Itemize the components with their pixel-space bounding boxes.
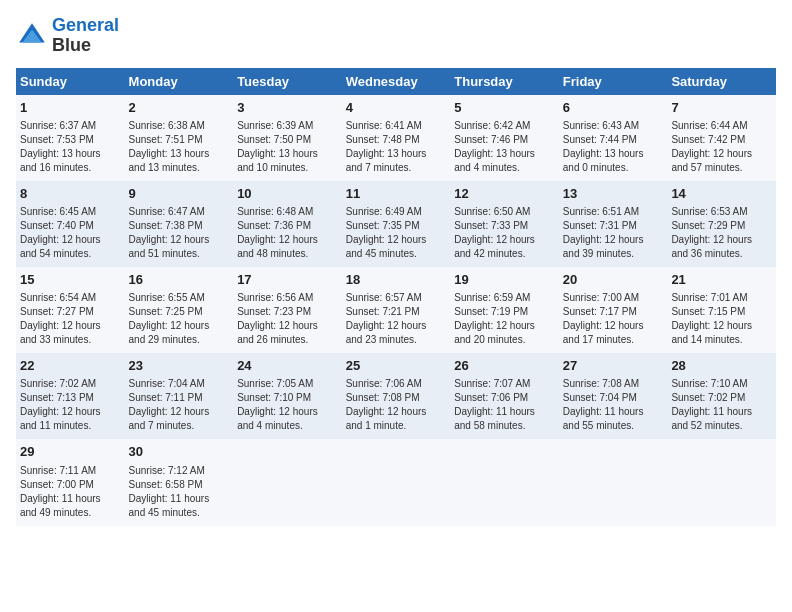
day-detail: Sunrise: 6:42 AM Sunset: 7:46 PM Dayligh… [454, 119, 555, 175]
calendar-cell: 21Sunrise: 7:01 AM Sunset: 7:15 PM Dayli… [667, 267, 776, 353]
calendar-cell: 17Sunrise: 6:56 AM Sunset: 7:23 PM Dayli… [233, 267, 342, 353]
calendar-cell: 30Sunrise: 7:12 AM Sunset: 6:58 PM Dayli… [125, 439, 234, 525]
day-number: 18 [346, 271, 447, 289]
day-number: 14 [671, 185, 772, 203]
day-detail: Sunrise: 7:07 AM Sunset: 7:06 PM Dayligh… [454, 377, 555, 433]
col-header-friday: Friday [559, 68, 668, 95]
calendar-week-row: 15Sunrise: 6:54 AM Sunset: 7:27 PM Dayli… [16, 267, 776, 353]
day-detail: Sunrise: 6:51 AM Sunset: 7:31 PM Dayligh… [563, 205, 664, 261]
day-detail: Sunrise: 6:47 AM Sunset: 7:38 PM Dayligh… [129, 205, 230, 261]
calendar-cell [559, 439, 668, 525]
calendar-cell: 29Sunrise: 7:11 AM Sunset: 7:00 PM Dayli… [16, 439, 125, 525]
day-number: 8 [20, 185, 121, 203]
day-detail: Sunrise: 7:01 AM Sunset: 7:15 PM Dayligh… [671, 291, 772, 347]
day-detail: Sunrise: 6:48 AM Sunset: 7:36 PM Dayligh… [237, 205, 338, 261]
calendar-cell: 12Sunrise: 6:50 AM Sunset: 7:33 PM Dayli… [450, 181, 559, 267]
day-detail: Sunrise: 6:50 AM Sunset: 7:33 PM Dayligh… [454, 205, 555, 261]
calendar-cell: 23Sunrise: 7:04 AM Sunset: 7:11 PM Dayli… [125, 353, 234, 439]
day-detail: Sunrise: 6:43 AM Sunset: 7:44 PM Dayligh… [563, 119, 664, 175]
day-detail: Sunrise: 6:44 AM Sunset: 7:42 PM Dayligh… [671, 119, 772, 175]
calendar-table: SundayMondayTuesdayWednesdayThursdayFrid… [16, 68, 776, 526]
day-detail: Sunrise: 6:55 AM Sunset: 7:25 PM Dayligh… [129, 291, 230, 347]
day-detail: Sunrise: 6:37 AM Sunset: 7:53 PM Dayligh… [20, 119, 121, 175]
day-number: 7 [671, 99, 772, 117]
day-number: 6 [563, 99, 664, 117]
day-number: 24 [237, 357, 338, 375]
day-number: 17 [237, 271, 338, 289]
day-detail: Sunrise: 6:54 AM Sunset: 7:27 PM Dayligh… [20, 291, 121, 347]
day-number: 29 [20, 443, 121, 461]
calendar-cell: 5Sunrise: 6:42 AM Sunset: 7:46 PM Daylig… [450, 95, 559, 181]
day-number: 9 [129, 185, 230, 203]
day-number: 12 [454, 185, 555, 203]
calendar-cell: 24Sunrise: 7:05 AM Sunset: 7:10 PM Dayli… [233, 353, 342, 439]
day-number: 1 [20, 99, 121, 117]
logo-icon [16, 20, 48, 52]
calendar-week-row: 29Sunrise: 7:11 AM Sunset: 7:00 PM Dayli… [16, 439, 776, 525]
col-header-sunday: Sunday [16, 68, 125, 95]
calendar-week-row: 1Sunrise: 6:37 AM Sunset: 7:53 PM Daylig… [16, 95, 776, 181]
calendar-cell: 16Sunrise: 6:55 AM Sunset: 7:25 PM Dayli… [125, 267, 234, 353]
day-number: 30 [129, 443, 230, 461]
day-detail: Sunrise: 6:56 AM Sunset: 7:23 PM Dayligh… [237, 291, 338, 347]
calendar-cell: 9Sunrise: 6:47 AM Sunset: 7:38 PM Daylig… [125, 181, 234, 267]
calendar-cell: 4Sunrise: 6:41 AM Sunset: 7:48 PM Daylig… [342, 95, 451, 181]
calendar-cell: 13Sunrise: 6:51 AM Sunset: 7:31 PM Dayli… [559, 181, 668, 267]
calendar-cell: 14Sunrise: 6:53 AM Sunset: 7:29 PM Dayli… [667, 181, 776, 267]
calendar-cell: 10Sunrise: 6:48 AM Sunset: 7:36 PM Dayli… [233, 181, 342, 267]
calendar-cell [342, 439, 451, 525]
day-detail: Sunrise: 6:57 AM Sunset: 7:21 PM Dayligh… [346, 291, 447, 347]
day-number: 19 [454, 271, 555, 289]
day-detail: Sunrise: 7:12 AM Sunset: 6:58 PM Dayligh… [129, 464, 230, 520]
logo: GeneralBlue [16, 16, 119, 56]
calendar-cell: 27Sunrise: 7:08 AM Sunset: 7:04 PM Dayli… [559, 353, 668, 439]
day-number: 27 [563, 357, 664, 375]
day-number: 13 [563, 185, 664, 203]
day-detail: Sunrise: 7:04 AM Sunset: 7:11 PM Dayligh… [129, 377, 230, 433]
day-number: 25 [346, 357, 447, 375]
day-detail: Sunrise: 7:08 AM Sunset: 7:04 PM Dayligh… [563, 377, 664, 433]
calendar-cell: 19Sunrise: 6:59 AM Sunset: 7:19 PM Dayli… [450, 267, 559, 353]
day-number: 2 [129, 99, 230, 117]
day-number: 3 [237, 99, 338, 117]
day-number: 5 [454, 99, 555, 117]
calendar-cell [233, 439, 342, 525]
calendar-cell: 8Sunrise: 6:45 AM Sunset: 7:40 PM Daylig… [16, 181, 125, 267]
day-detail: Sunrise: 7:02 AM Sunset: 7:13 PM Dayligh… [20, 377, 121, 433]
calendar-cell: 18Sunrise: 6:57 AM Sunset: 7:21 PM Dayli… [342, 267, 451, 353]
calendar-week-row: 22Sunrise: 7:02 AM Sunset: 7:13 PM Dayli… [16, 353, 776, 439]
day-number: 26 [454, 357, 555, 375]
day-number: 22 [20, 357, 121, 375]
calendar-cell [667, 439, 776, 525]
day-detail: Sunrise: 6:45 AM Sunset: 7:40 PM Dayligh… [20, 205, 121, 261]
col-header-thursday: Thursday [450, 68, 559, 95]
calendar-cell: 7Sunrise: 6:44 AM Sunset: 7:42 PM Daylig… [667, 95, 776, 181]
day-number: 10 [237, 185, 338, 203]
day-number: 20 [563, 271, 664, 289]
calendar-cell: 26Sunrise: 7:07 AM Sunset: 7:06 PM Dayli… [450, 353, 559, 439]
calendar-cell: 3Sunrise: 6:39 AM Sunset: 7:50 PM Daylig… [233, 95, 342, 181]
day-detail: Sunrise: 7:05 AM Sunset: 7:10 PM Dayligh… [237, 377, 338, 433]
calendar-header-row: SundayMondayTuesdayWednesdayThursdayFrid… [16, 68, 776, 95]
day-number: 21 [671, 271, 772, 289]
calendar-cell: 2Sunrise: 6:38 AM Sunset: 7:51 PM Daylig… [125, 95, 234, 181]
page-header: GeneralBlue [16, 16, 776, 56]
calendar-cell: 15Sunrise: 6:54 AM Sunset: 7:27 PM Dayli… [16, 267, 125, 353]
day-detail: Sunrise: 6:41 AM Sunset: 7:48 PM Dayligh… [346, 119, 447, 175]
col-header-saturday: Saturday [667, 68, 776, 95]
day-detail: Sunrise: 6:49 AM Sunset: 7:35 PM Dayligh… [346, 205, 447, 261]
day-detail: Sunrise: 7:11 AM Sunset: 7:00 PM Dayligh… [20, 464, 121, 520]
day-detail: Sunrise: 7:00 AM Sunset: 7:17 PM Dayligh… [563, 291, 664, 347]
day-detail: Sunrise: 6:59 AM Sunset: 7:19 PM Dayligh… [454, 291, 555, 347]
calendar-cell [450, 439, 559, 525]
col-header-monday: Monday [125, 68, 234, 95]
day-number: 16 [129, 271, 230, 289]
day-detail: Sunrise: 7:06 AM Sunset: 7:08 PM Dayligh… [346, 377, 447, 433]
day-number: 11 [346, 185, 447, 203]
col-header-tuesday: Tuesday [233, 68, 342, 95]
calendar-cell: 6Sunrise: 6:43 AM Sunset: 7:44 PM Daylig… [559, 95, 668, 181]
day-detail: Sunrise: 7:10 AM Sunset: 7:02 PM Dayligh… [671, 377, 772, 433]
calendar-cell: 28Sunrise: 7:10 AM Sunset: 7:02 PM Dayli… [667, 353, 776, 439]
calendar-cell: 22Sunrise: 7:02 AM Sunset: 7:13 PM Dayli… [16, 353, 125, 439]
day-number: 4 [346, 99, 447, 117]
